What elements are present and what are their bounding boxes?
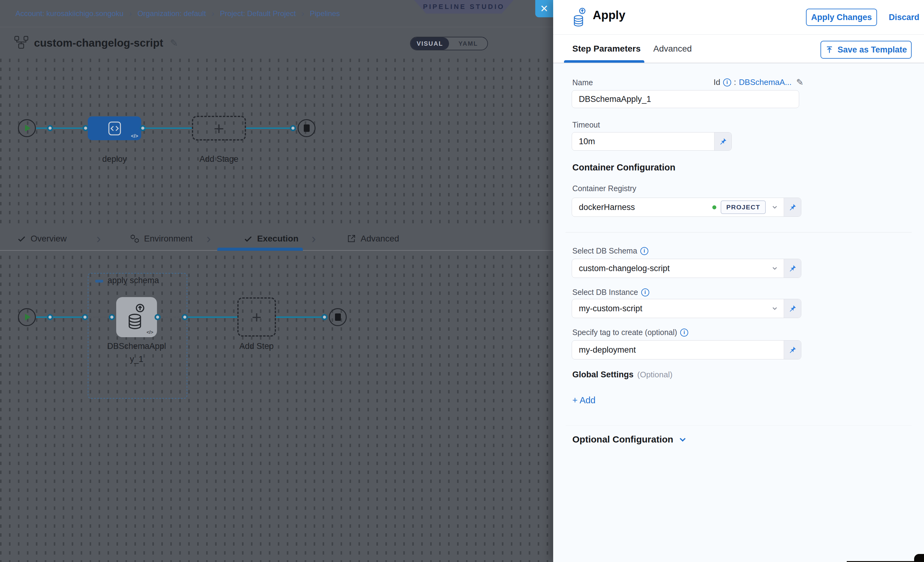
breadcrumb-organization[interactable]: Organization: default — [138, 9, 206, 18]
section-divider — [566, 232, 912, 233]
pin-icon — [788, 203, 796, 212]
timeout-input[interactable]: 10m — [572, 132, 732, 151]
chevron-down-icon — [678, 435, 687, 444]
tag-label-text: Specify tag to create (optional) — [572, 328, 677, 337]
db-instance-label-text: Select DB Instance — [572, 288, 638, 297]
pin-icon — [788, 264, 796, 273]
stage-label: deploy — [88, 154, 141, 164]
tab-environment[interactable]: Environment — [130, 227, 192, 250]
save-as-template-label: Save as Template — [837, 45, 907, 55]
step-node-dbschemaapply[interactable]: </> — [116, 297, 157, 337]
apply-changes-button[interactable]: Apply Changes — [806, 9, 877, 26]
info-icon[interactable]: i — [723, 78, 731, 87]
pin-input-type-button[interactable] — [784, 198, 801, 217]
stage-tab-bar: Overview › Environment › Execution › Adv… — [0, 227, 553, 251]
connector-dot — [109, 314, 115, 320]
panel-header: Apply Apply Changes Discard — [553, 0, 924, 34]
tab-overview[interactable]: Overview — [17, 227, 67, 250]
active-tab-underline — [564, 60, 644, 63]
container-registry-value: dockerHarness — [572, 198, 712, 217]
hexagons-icon — [130, 234, 140, 244]
tag-label: Specify tag to create (optional) i — [572, 328, 688, 337]
container-registry-label: Container Registry — [572, 184, 636, 193]
tab-execution[interactable]: Execution — [243, 227, 298, 250]
active-tab-underline — [217, 248, 303, 251]
tab-advanced-panel[interactable]: Advanced — [653, 44, 692, 54]
id-label: Id — [714, 78, 720, 87]
visual-yaml-toggle: VISUAL YAML — [410, 37, 488, 50]
tab-environment-label: Environment — [144, 234, 192, 244]
container-config-heading: Container Configuration — [572, 163, 675, 173]
breadcrumb-separator: › — [212, 9, 214, 18]
timeout-value: 10m — [572, 133, 714, 150]
section-divider — [566, 426, 912, 426]
plus-icon: + — [214, 118, 224, 139]
connector-line — [144, 127, 193, 129]
container-registry-select[interactable]: dockerHarness PROJECT — [572, 197, 801, 217]
step-group-label[interactable]: apply schema — [108, 276, 159, 285]
optional-configuration-toggle[interactable]: Optional Configuration — [572, 434, 687, 445]
collapse-group-icon[interactable] — [95, 280, 103, 282]
toggle-visual[interactable]: VISUAL — [411, 37, 449, 50]
pin-input-type-button[interactable] — [714, 133, 732, 150]
code-badge: </> — [131, 133, 138, 139]
name-input[interactable] — [572, 90, 799, 108]
tab-advanced[interactable]: Advanced — [347, 227, 399, 250]
connectivity-status-dot — [712, 205, 716, 209]
pin-input-type-button[interactable] — [784, 341, 801, 359]
discard-button[interactable]: Discard — [889, 9, 920, 26]
breadcrumb-pipelines[interactable]: Pipelines — [310, 9, 340, 18]
connector-line — [188, 317, 237, 318]
db-apply-icon — [126, 303, 147, 331]
chevron-down-icon — [766, 299, 784, 318]
save-as-template-button[interactable]: Save as Template — [820, 41, 912, 59]
pipeline-canvas: Account: kurosakiichigo.songoku › Organi… — [0, 0, 553, 562]
pin-input-type-button[interactable] — [784, 299, 801, 318]
toggle-yaml[interactable]: YAML — [449, 37, 488, 50]
db-instance-select[interactable]: my-custom-script — [572, 299, 801, 318]
check-icon — [17, 234, 26, 243]
connector-line-dashed — [162, 317, 184, 318]
add-step-button[interactable]: + — [237, 297, 276, 336]
stop-icon — [304, 124, 310, 132]
global-settings-row: Global Settings (Optional) — [572, 370, 672, 380]
connector-dot — [154, 314, 161, 320]
db-schema-label: Select DB Schema i — [572, 247, 648, 256]
tag-input[interactable]: my-deployment — [572, 340, 801, 359]
connector-dot — [47, 314, 53, 320]
tab-step-parameters[interactable]: Step Parameters — [572, 44, 640, 54]
timeout-label: Timeout — [572, 120, 600, 129]
connector-line — [36, 127, 86, 129]
breadcrumb-separator: › — [129, 9, 132, 18]
add-global-setting-link[interactable]: + Add — [572, 395, 596, 405]
global-settings-label: Global Settings — [572, 370, 633, 380]
info-icon[interactable]: i — [680, 329, 688, 336]
db-schema-label-text: Select DB Schema — [572, 247, 637, 256]
connector-dot — [47, 125, 53, 131]
add-stage-button[interactable]: + — [192, 116, 246, 140]
add-stage-label: Add Stage — [192, 154, 246, 164]
id-value-link[interactable]: DBSchemaA... — [739, 78, 792, 87]
chevron-down-icon — [766, 198, 784, 217]
execution-start-node — [18, 308, 36, 326]
edit-pipeline-name-icon[interactable]: ✎ — [170, 37, 178, 49]
window-corner — [914, 554, 924, 562]
breadcrumb-project[interactable]: Project: Default Project — [220, 9, 296, 18]
info-icon[interactable]: i — [640, 247, 648, 255]
tab-advanced-label: Advanced — [361, 234, 399, 244]
tab-overview-label: Overview — [31, 234, 67, 244]
pipeline-graph-icon — [14, 36, 28, 50]
db-schema-select[interactable]: custom-changelog-script — [572, 259, 801, 278]
stage-node-deploy[interactable]: </> — [88, 117, 141, 140]
info-icon[interactable]: i — [641, 288, 649, 296]
tab-separator-icon: › — [312, 227, 316, 250]
custom-stage-icon — [107, 120, 122, 137]
connector-dot — [290, 125, 296, 131]
global-settings-optional: (Optional) — [637, 370, 672, 380]
tab-execution-label: Execution — [257, 234, 298, 244]
step-label-line1: DBSchemaAppl — [99, 342, 174, 351]
close-drawer-button[interactable]: ✕ — [535, 0, 553, 17]
breadcrumb-account[interactable]: Account: kurosakiichigo.songoku — [15, 9, 124, 18]
pin-input-type-button[interactable] — [784, 259, 801, 278]
edit-id-icon[interactable]: ✎ — [796, 77, 804, 87]
